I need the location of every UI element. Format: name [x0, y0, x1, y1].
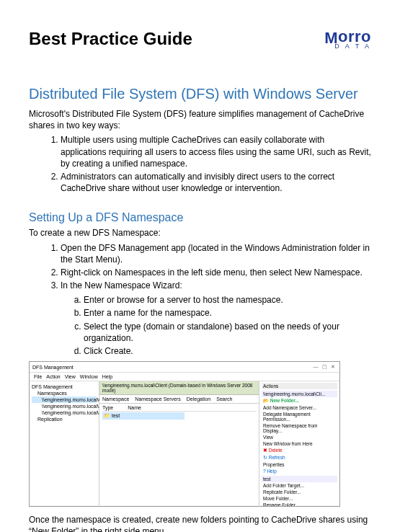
logo-subtext: D A T A	[334, 43, 371, 50]
menu-item[interactable]: Help	[102, 374, 112, 379]
action-item[interactable]: Add Namespace Server...	[262, 404, 337, 411]
menu-item[interactable]: Window	[80, 374, 98, 379]
tab[interactable]: Delegation	[187, 396, 210, 402]
list-panel: Type Name 📁 test	[99, 404, 259, 505]
keyways-list: Multiple users using multiple CacheDrive…	[29, 134, 371, 194]
section-heading: Distributed File System (DFS) with Windo…	[29, 86, 371, 102]
tab-header: \\engineering.morro.local\Client (Domain…	[99, 381, 259, 395]
menu-item[interactable]: File	[34, 374, 42, 379]
subsection-heading: Setting Up a DFS Namespace	[29, 211, 371, 224]
list-item: Select the type (domain or standalone) b…	[84, 321, 371, 344]
logo: Morro D A T A	[324, 29, 371, 50]
list-item: Right-click on Namespaces in the left si…	[61, 267, 371, 278]
step-text: In the New Namespace Wizard:	[61, 280, 182, 291]
menu-item[interactable]: Action	[46, 374, 60, 379]
action-new-folder[interactable]: 📂 New Folder...	[262, 397, 337, 404]
tree-item[interactable]: \\engineering.morro.local\...	[32, 409, 97, 416]
post-screenshot-paragraph: Once the namespace is created, create ne…	[29, 514, 371, 532]
action-help[interactable]: ? Help	[262, 468, 337, 474]
actions-title: Actions	[262, 383, 337, 389]
list-item: In the New Namespace Wizard: Enter or br…	[61, 280, 371, 357]
window-title: DFS Management	[32, 365, 74, 370]
actions-panel: Actions \\engineering.morro.local\Cli...…	[259, 381, 339, 505]
column-header[interactable]: Name	[128, 405, 141, 410]
substeps-list: Enter or browse for a server to host the…	[61, 294, 371, 357]
action-item[interactable]: Remove Namespace from Display...	[262, 422, 337, 434]
window-controls: —▢✕	[312, 364, 337, 370]
tab[interactable]: Search	[216, 396, 232, 402]
action-refresh[interactable]: ↻ Refresh	[262, 454, 337, 461]
list-item: Click Create.	[84, 345, 371, 357]
action-delete[interactable]: ✖ Delete	[262, 447, 337, 454]
tree-item-selected[interactable]: \\engineering.morro.local\Client	[32, 396, 97, 403]
action-item[interactable]: Delegate Management Permission...	[262, 411, 337, 422]
action-item[interactable]: Add Folder Target...	[262, 482, 337, 489]
action-item[interactable]: Properties	[262, 461, 337, 468]
actions-group-title: test	[262, 476, 337, 482]
list-item: Enter or browse for a server to host the…	[84, 294, 371, 306]
menu-bar: File Action View Window Help	[30, 373, 339, 381]
tree-root[interactable]: DFS Management	[32, 384, 97, 390]
steps-list: Open the DFS Management app (located in …	[29, 242, 371, 358]
intro-paragraph: Microsoft's Distributed File System (DFS…	[29, 108, 371, 131]
action-item[interactable]: View	[262, 434, 337, 440]
menu-item[interactable]: View	[65, 374, 76, 379]
tab[interactable]: Namespace	[102, 396, 129, 402]
action-item[interactable]: Replicate Folder...	[262, 489, 337, 495]
tree-panel: DFS Management Namespaces \\engineering.…	[30, 381, 99, 505]
screenshot-dfs-management: DFS Management —▢✕ File Action View Wind…	[29, 361, 340, 507]
list-item: Multiple users using multiple CacheDrive…	[61, 134, 371, 169]
tab-row: Namespace Namespace Servers Delegation S…	[99, 395, 259, 404]
tree-item[interactable]: Replication	[32, 416, 97, 422]
action-item[interactable]: Rename Folder...	[262, 502, 337, 507]
tree-item[interactable]: Namespaces	[32, 390, 97, 396]
list-item: Enter a name for the namespace.	[84, 307, 371, 319]
tree-item[interactable]: \\engineering.morro.local\...	[32, 403, 97, 409]
main-panel: \\engineering.morro.local\Client (Domain…	[99, 381, 259, 505]
list-row-selected[interactable]: 📁 test	[102, 412, 185, 420]
list-item: Administrators can automatically and inv…	[61, 171, 371, 194]
action-item[interactable]: Move Folder...	[262, 495, 337, 502]
actions-group-title: \\engineering.morro.local\Cli...	[262, 391, 337, 397]
document-title: Best Practice Guide	[29, 29, 192, 49]
subsection-intro: To create a new DFS Namespace:	[29, 227, 371, 239]
list-item: Open the DFS Management app (located in …	[61, 242, 371, 265]
action-item[interactable]: New Window from Here	[262, 440, 337, 447]
column-header[interactable]: Type	[102, 405, 113, 410]
tab[interactable]: Namespace Servers	[135, 396, 180, 402]
